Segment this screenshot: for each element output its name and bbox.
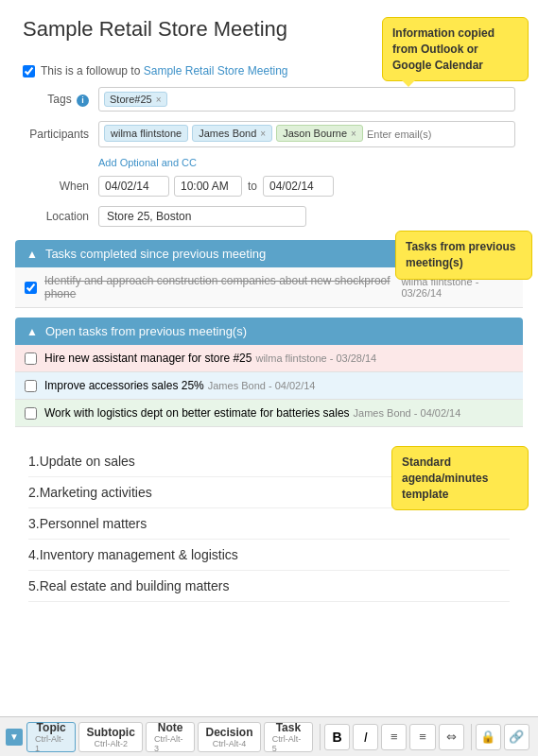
participants-container[interactable]: wilma flintstone James Bond × Jason Bour…	[98, 121, 515, 147]
date-from-input[interactable]	[98, 176, 169, 197]
tags-label: Tags i	[23, 93, 98, 107]
participants-row: Participants wilma flintstone James Bond…	[23, 121, 515, 147]
participant-tag-jason: Jason Bourne ×	[276, 125, 363, 142]
open-task-checkbox-1[interactable]	[25, 380, 37, 392]
location-label: Location	[23, 210, 98, 223]
link-button[interactable]: 🔗	[504, 724, 529, 750]
italic-button[interactable]: I	[353, 724, 378, 750]
bold-button[interactable]: B	[324, 724, 350, 750]
tooltip-standard-template: Standard agenda/minutes template	[391, 446, 529, 510]
tag-remove-icon[interactable]: ×	[156, 94, 162, 105]
open-task-item-2: Work with logistics dept on better estim…	[15, 400, 523, 427]
participant-tag-james: James Bond ×	[192, 125, 272, 142]
email-input[interactable]	[367, 129, 510, 140]
followup-checkbox[interactable]	[23, 65, 35, 77]
tags-container[interactable]: Store#25 ×	[98, 87, 515, 112]
open-task-checkbox-2[interactable]	[25, 407, 37, 420]
tasks-completed-arrow-icon[interactable]: ▲	[26, 248, 38, 261]
bottom-toolbar: ▼ Topic Ctrl-Alt-1 Subtopic Ctrl-Alt-2 N…	[0, 716, 538, 756]
agenda-item-2: 3.Personnel matters	[28, 508, 510, 540]
participants-label: Participants	[23, 128, 98, 141]
toolbar-topic-button[interactable]: Topic Ctrl-Alt-1	[26, 722, 76, 752]
open-task-item-1: Improve accessories sales 25% James Bond…	[15, 372, 523, 400]
tasks-open-section: ▲ Open tasks from previous meeting(s) Hi…	[15, 318, 523, 427]
tasks-open-arrow-icon[interactable]: ▲	[26, 325, 38, 338]
tasks-open-header: ▲ Open tasks from previous meeting(s)	[15, 318, 523, 345]
when-row: When to	[23, 176, 515, 197]
toolbar-separator	[320, 724, 321, 750]
list-ol-button[interactable]: ≡	[409, 724, 435, 750]
toolbar-separator-2	[471, 724, 472, 750]
toolbar-decision-button[interactable]: Decision Ctrl-Alt-4	[198, 722, 260, 752]
when-label: When	[23, 180, 98, 193]
participant-remove-jason[interactable]: ×	[351, 129, 356, 139]
toolbar-note-button[interactable]: Note Ctrl-Alt-3	[146, 722, 195, 752]
lock-button[interactable]: 🔒	[476, 724, 501, 750]
toolbar-task-button[interactable]: Task Ctrl-Alt-5	[264, 722, 313, 752]
followup-link[interactable]: Sample Retail Store Meeting	[144, 64, 288, 77]
tags-info-icon[interactable]: i	[77, 94, 89, 107]
date-to-input[interactable]	[263, 176, 334, 197]
open-task-item-0: Hire new assistant manager for store #25…	[15, 345, 523, 372]
agenda-item-4: 5.Real estate and building matters	[28, 571, 510, 602]
tags-row: Tags i Store#25 ×	[23, 87, 515, 112]
tooltip-outlook-calendar: Information copied from Outlook or Googl…	[382, 17, 529, 81]
toolbar-subtopic-button[interactable]: Subtopic Ctrl-Alt-2	[78, 722, 143, 752]
list-ul-button[interactable]: ≡	[381, 724, 407, 750]
indent-button[interactable]: ⇔	[439, 724, 464, 750]
location-row: Location	[23, 206, 515, 227]
open-task-checkbox-0[interactable]	[25, 352, 37, 365]
add-optional-link[interactable]: Add Optional and CC	[98, 157, 515, 168]
agenda-area: 1.Update on sales 2.Marketing activities…	[0, 437, 538, 611]
participant-remove-james[interactable]: ×	[260, 129, 266, 139]
agenda-item-3: 4.Inventory management & logistics	[28, 540, 510, 571]
to-label: to	[248, 180, 257, 193]
toolbar-expand-arrow[interactable]: ▼	[6, 729, 23, 746]
location-input[interactable]	[98, 206, 306, 227]
participant-tag-wilma: wilma flintstone	[104, 125, 188, 142]
completed-task-checkbox[interactable]	[25, 282, 37, 294]
time-from-input[interactable]	[174, 176, 242, 197]
tooltip-tasks-previous: Tasks from previous meeting(s)	[395, 231, 532, 280]
tag-item: Store#25 ×	[104, 92, 167, 107]
